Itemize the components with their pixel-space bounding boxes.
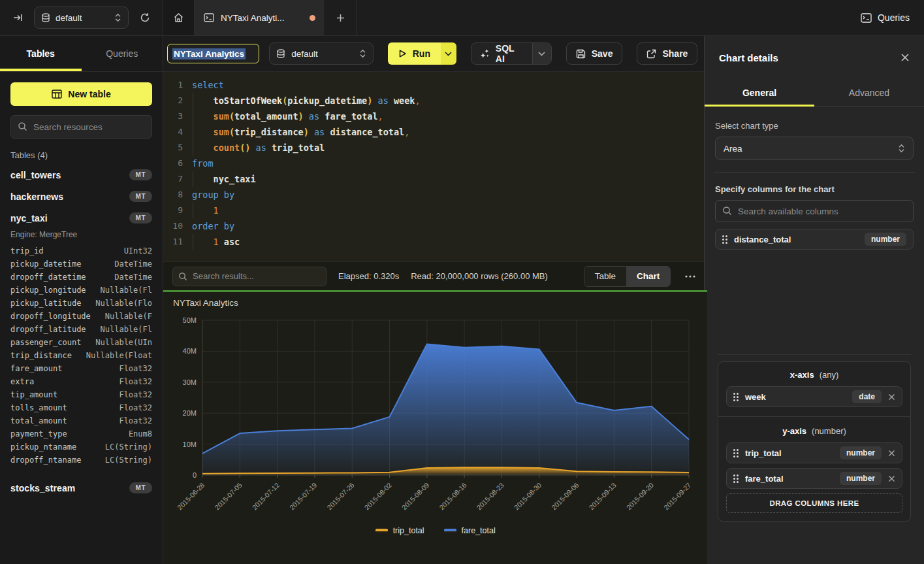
line-number: 8 (163, 187, 183, 203)
new-table-button[interactable]: New table (10, 82, 152, 106)
column-row: tip_amountFloat32 (10, 388, 152, 401)
database-selector[interactable]: default (34, 7, 129, 29)
refresh-icon[interactable] (135, 8, 155, 27)
sql-ai-button[interactable]: SQL AI (471, 43, 532, 64)
column-type: Float32 (119, 401, 152, 414)
column-name: pickup_datetime (10, 257, 81, 271)
sql-ai-options-button[interactable] (532, 43, 551, 64)
collapse-sidebar-icon[interactable] (8, 8, 27, 27)
code-content: order by (183, 218, 234, 234)
columns-search-input[interactable] (715, 200, 914, 222)
chart-type-select[interactable]: Area (715, 137, 914, 160)
sql-editor[interactable]: 1select2 toStartOfWeek(pickup_datetime) … (163, 72, 707, 261)
share-button[interactable]: Share (637, 42, 697, 65)
svg-text:2015-07-05: 2015-07-05 (213, 481, 244, 512)
x-axis-items: weekdate (726, 386, 902, 407)
chart-details-header: Chart details (705, 36, 924, 79)
code-line-6: 6from (163, 156, 707, 171)
column-row: dropoff_datetimeDateTime (10, 271, 152, 284)
sidebar-tab-queries[interactable]: Queries (82, 36, 163, 71)
column-type: UInt32 (124, 244, 152, 257)
chevron-updown-icon (114, 13, 121, 22)
table-row-nyc_taxi[interactable]: nyc_taxiMT (10, 207, 152, 229)
toggle-chart[interactable]: Chart (626, 267, 670, 286)
available-column-distance_total[interactable]: distance_totalnumber (715, 229, 914, 250)
table-row-hackernews[interactable]: hackernewsMT (10, 186, 152, 207)
table-grid-icon (52, 90, 62, 99)
legend-label: fare_total (462, 526, 496, 535)
line-number: 6 (163, 156, 183, 171)
code-line-8: 8group by (163, 187, 707, 203)
column-name: trip_id (10, 244, 44, 257)
new-tab-button[interactable] (325, 0, 357, 35)
query-database-selector[interactable]: default (269, 42, 374, 65)
column-row: passenger_countNullable(UIn (10, 336, 152, 349)
legend-item-trip_total[interactable]: trip_total (375, 526, 424, 535)
results-search-input[interactable] (172, 267, 327, 286)
sidebar-tab-tables[interactable]: Tables (0, 36, 82, 71)
remove-column-icon[interactable] (888, 475, 895, 482)
queries-button[interactable]: Queries (861, 12, 910, 23)
database-icon (276, 49, 285, 59)
x-axis-column-week[interactable]: weekdate (726, 386, 902, 407)
save-button[interactable]: Save (566, 42, 623, 65)
save-icon (576, 49, 586, 59)
remove-column-icon[interactable] (888, 393, 895, 401)
chevron-updown-icon (898, 144, 905, 153)
drag-grip-icon[interactable] (733, 474, 739, 483)
toggle-table[interactable]: Table (584, 267, 626, 286)
column-name: pickup_latitude (10, 297, 81, 310)
more-options-button[interactable] (682, 275, 698, 278)
column-name: trip_distance (10, 349, 72, 362)
code-line-3: 3 sum(total_amount) as fare_total, (163, 108, 707, 124)
svg-text:20M: 20M (183, 409, 197, 417)
svg-text:40M: 40M (183, 347, 197, 355)
save-label: Save (592, 48, 613, 59)
y-axis-column-fare_total[interactable]: fare_totalnumber (726, 468, 902, 489)
chart-details-body: Select chart type Area Specify columns f… (705, 107, 924, 564)
unsaved-changes-dot (310, 15, 315, 21)
line-number: 7 (163, 171, 183, 187)
column-row: extraFloat32 (10, 375, 152, 388)
tab-strip: NYTaxi Analyti... (163, 0, 704, 36)
column-row: payment_typeEnum8 (10, 427, 152, 440)
drag-grip-icon[interactable] (722, 235, 727, 244)
column-name: extra (10, 375, 34, 388)
table-name: hackernews (10, 191, 63, 202)
code-content: nyc_taxi (183, 171, 256, 187)
drag-columns-drop-zone[interactable]: DRAG COLUMNS HERE (726, 493, 902, 513)
column-name: total_amount (10, 414, 67, 427)
tab-nytaxi-analytics[interactable]: NYTaxi Analyti... (195, 0, 325, 35)
spacer (10, 471, 152, 477)
legend-item-fare_total[interactable]: fare_total (444, 526, 496, 535)
drag-grip-icon[interactable] (733, 449, 739, 457)
column-type: Float32 (119, 362, 152, 375)
run-button[interactable]: Run (388, 42, 441, 65)
drag-grip-icon[interactable] (733, 393, 739, 401)
code-line-11: 11 1 asc (163, 234, 707, 250)
axes-card: x-axis(any) weekdate y-axis(number) trip… (718, 361, 911, 522)
svg-text:2015-06-28: 2015-06-28 (176, 481, 206, 512)
table-row-stocks_stream[interactable]: stocks_streamMT (10, 477, 152, 499)
table-row-cell_towers[interactable]: cell_towersMT (10, 164, 152, 186)
elapsed-stat: Elapsed: 0.320s (338, 271, 399, 281)
engine-badge: MT (129, 191, 152, 202)
svg-text:2015-08-30: 2015-08-30 (513, 481, 543, 512)
run-options-button[interactable] (441, 42, 456, 65)
results-search (172, 267, 327, 286)
code-line-10: 10order by (163, 218, 707, 234)
home-button[interactable] (163, 0, 195, 35)
workspace: NYTaxi Analytics default Run (163, 36, 704, 564)
svg-text:2015-08-16: 2015-08-16 (438, 481, 468, 512)
tab-general[interactable]: General (705, 79, 814, 106)
tab-advanced[interactable]: Advanced (814, 79, 924, 106)
sidebar-search-input[interactable] (10, 115, 152, 139)
code-line-9: 9 1 (163, 203, 707, 218)
column-row: dropoff_ntanameLC(String) (10, 454, 152, 467)
query-title-input[interactable]: NYTaxi Analytics (167, 44, 259, 63)
remove-column-icon[interactable] (888, 450, 895, 457)
tables-list: cell_towersMThackernewsMTnyc_taxiMTEngin… (0, 164, 163, 499)
y-axis-column-trip_total[interactable]: trip_totalnumber (726, 442, 902, 463)
line-number: 4 (163, 124, 183, 140)
close-icon[interactable] (900, 53, 910, 62)
